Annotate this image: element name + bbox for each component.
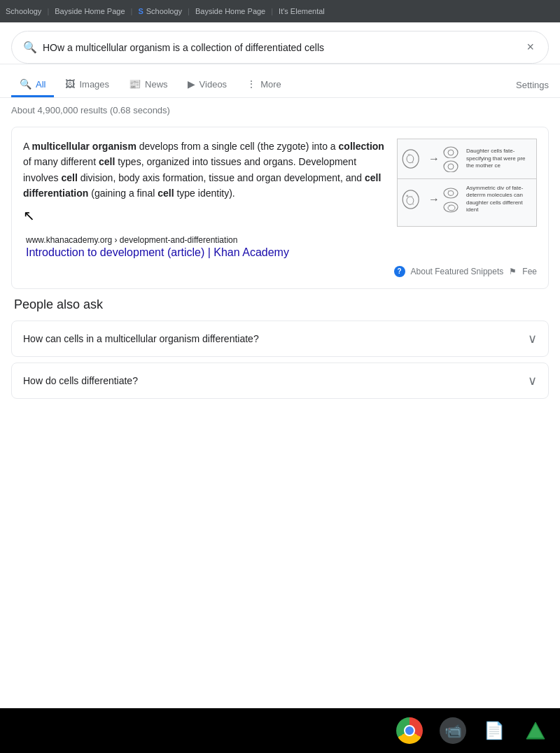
- cell-right-top-2: [442, 186, 463, 199]
- tab-schoology-2[interactable]: S Schoology: [138, 7, 182, 15]
- tab-videos-label: Videos: [200, 79, 227, 90]
- tab-more[interactable]: ⋮ More: [238, 73, 290, 97]
- cell-svg-row-1: →: [400, 145, 463, 173]
- cell-svg-row-2: →: [400, 185, 463, 213]
- svg-point-10: [402, 190, 419, 209]
- tab-images[interactable]: 🖼 Images: [57, 73, 118, 97]
- cell-left-2: [400, 185, 426, 213]
- search-tabs-nav: 🔍 All 🖼 Images 📰 News ▶ Videos ⋮ More Se…: [0, 70, 560, 98]
- paa-question-0: How can cells in a multicellular organis…: [23, 333, 259, 344]
- cell-note-1: Daughter cells fate-specifying that were…: [466, 148, 533, 169]
- tab-s-icon: S: [138, 7, 143, 15]
- svg-point-17: [448, 190, 449, 192]
- source-domain: www.khanacademy.org › development-and-di…: [26, 235, 534, 245]
- search-input-box[interactable]: 🔍 HOw a multicellular organism is a coll…: [11, 31, 549, 64]
- svg-point-4: [444, 147, 458, 158]
- svg-point-21: [449, 205, 450, 206]
- svg-point-0: [402, 150, 419, 168]
- tab-videos[interactable]: ▶ Videos: [179, 73, 236, 97]
- bold-multicellular: multicellular organism: [31, 141, 136, 152]
- arrow-right-1: →: [428, 153, 440, 165]
- feedback-flag-label[interactable]: Fee: [522, 267, 537, 276]
- tab-elemental[interactable]: It's Elemental: [279, 7, 325, 15]
- drive-icon[interactable]: [522, 717, 549, 744]
- all-icon: 🔍: [20, 78, 31, 90]
- svg-marker-24: [528, 724, 543, 738]
- cell-diagram-image: →: [397, 139, 537, 227]
- search-query-text: HOw a multicellular organism is a collec…: [43, 42, 518, 53]
- chrome-icon[interactable]: [396, 717, 423, 744]
- paa-item-0[interactable]: How can cells in a multicellular organis…: [11, 321, 549, 357]
- tab-label: Schoology: [146, 7, 182, 15]
- svg-point-18: [451, 195, 453, 196]
- cell-note-2: Asymmetric div of fate-deterrm molecules…: [466, 185, 533, 214]
- cell-diagram-row-1: →: [398, 139, 536, 179]
- cell-left-1: [400, 145, 426, 173]
- svg-point-3: [412, 162, 413, 163]
- tab-label: Bayside Home Page: [195, 7, 265, 15]
- tab-label: It's Elemental: [279, 7, 325, 15]
- tab-bayside-2[interactable]: Bayside Home Page: [195, 7, 265, 15]
- paa-title: People also ask: [11, 297, 549, 312]
- results-info: About 4,900,000 results (0.68 seconds): [0, 98, 560, 121]
- paa-question-1: How do cells differentiate?: [23, 375, 138, 386]
- search-bar-area: 🔍 HOw a multicellular organism is a coll…: [0, 22, 560, 64]
- paa-chevron-1: ∨: [528, 373, 537, 388]
- featured-snippet-card: A multicellular organism develops from a…: [11, 127, 549, 289]
- svg-point-14: [411, 196, 412, 197]
- close-search-button[interactable]: ×: [524, 37, 537, 57]
- settings-button[interactable]: Settings: [516, 74, 549, 96]
- svg-point-7: [444, 161, 458, 172]
- svg-point-2: [408, 154, 410, 156]
- tab-label: Bayside Home Page: [55, 7, 125, 15]
- images-icon: 🖼: [65, 78, 75, 90]
- more-icon: ⋮: [246, 78, 256, 90]
- drive-triangle-icon: [525, 721, 546, 740]
- feedback-label[interactable]: About Featured Snippets: [411, 267, 504, 276]
- svg-point-6: [449, 150, 450, 151]
- arrow-right-2: →: [428, 193, 440, 206]
- news-icon: 📰: [129, 78, 141, 90]
- browser-tab-bar: Schoology | Bayside Home Page | S School…: [0, 0, 560, 22]
- people-also-ask-section: People also ask How can cells in a multi…: [11, 297, 549, 399]
- tab-news-label: News: [145, 79, 168, 90]
- cell-diagram: →: [398, 139, 536, 220]
- bold-cell-3: cell: [158, 188, 174, 199]
- tab-news[interactable]: 📰 News: [120, 73, 176, 97]
- taskbar: 📹 📄: [0, 708, 560, 753]
- tab-all-label: All: [36, 79, 46, 90]
- feedback-info-icon: ?: [394, 266, 405, 277]
- tab-bayside-1[interactable]: Bayside Home Page: [55, 7, 125, 15]
- tab-images-label: Images: [79, 79, 109, 90]
- bold-cell-1: cell: [99, 156, 115, 167]
- source-title-link[interactable]: Introduction to development (article) | …: [26, 246, 289, 258]
- tab-more-label: More: [260, 79, 281, 90]
- videos-icon: ▶: [188, 78, 195, 90]
- tab-schoology-1[interactable]: Schoology: [6, 7, 41, 15]
- bold-collection: collection: [339, 141, 384, 152]
- feedback-flag-icon: ⚑: [509, 267, 517, 276]
- cell-right-top-1: [442, 146, 463, 158]
- browser-content: 🔍 HOw a multicellular organism is a coll…: [0, 22, 560, 708]
- paa-chevron-0: ∨: [528, 331, 537, 346]
- snippet-content: A multicellular organism develops from a…: [23, 139, 537, 227]
- files-icon[interactable]: 📄: [483, 717, 505, 744]
- svg-point-13: [412, 203, 414, 204]
- paa-item-1[interactable]: How do cells differentiate? ∨: [11, 363, 549, 399]
- cell-diagram-row-2: →: [398, 179, 536, 220]
- tab-all[interactable]: 🔍 All: [11, 73, 54, 97]
- tab-label: Schoology: [6, 7, 41, 15]
- video-call-icon[interactable]: 📹: [440, 717, 466, 744]
- svg-point-15: [444, 188, 458, 198]
- cell-right-bottom-1: [442, 160, 463, 172]
- snippet-feedback: ? About Featured Snippets ⚑ Fee: [23, 266, 537, 277]
- snippet-text: A multicellular organism develops from a…: [23, 139, 388, 227]
- cell-right-bottom-2: [442, 200, 463, 213]
- svg-point-9: [449, 164, 450, 165]
- cursor: ↖: [23, 204, 388, 227]
- svg-point-12: [406, 195, 408, 197]
- search-icon: 🔍: [23, 41, 37, 54]
- results-area: A multicellular organism develops from a…: [0, 121, 560, 413]
- bold-cell-2: cell: [61, 172, 77, 183]
- source-link-area: www.khanacademy.org › development-and-di…: [23, 235, 537, 259]
